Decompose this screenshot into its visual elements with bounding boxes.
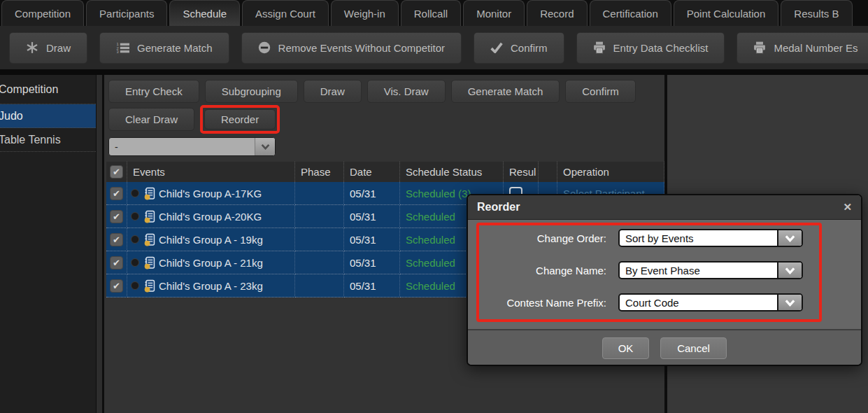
dialog-field-row-change-order: Change Order: Sort by Events xyxy=(468,229,803,247)
tab-certification[interactable]: Certification xyxy=(590,0,671,26)
sidebar-item-table-tennis[interactable]: Table Tennis xyxy=(0,128,96,152)
dialog-field-label: Change Name: xyxy=(468,265,606,276)
tab-assign-court[interactable]: Assign Court xyxy=(242,0,329,26)
tab-label: Point Calculation xyxy=(687,8,766,20)
phase-cell xyxy=(295,182,344,205)
date-cell: 05/31 xyxy=(344,182,400,205)
status-dot-icon xyxy=(131,212,139,220)
toolbar-button-label: Draw xyxy=(46,42,71,54)
horizontal-divider xyxy=(0,69,868,75)
tab-record[interactable]: Record xyxy=(527,0,587,26)
change-order-select[interactable]: Sort by Events xyxy=(618,229,803,247)
toolbar-button-label: Remove Events Without Competitor xyxy=(278,42,445,54)
dialog-field-value: By Event Phase xyxy=(620,262,777,278)
entry-check-button[interactable]: Entry Check xyxy=(108,80,199,103)
select-all-checkbox[interactable] xyxy=(110,165,123,178)
row-checkbox[interactable] xyxy=(110,233,123,246)
event-bracket-icon xyxy=(143,187,155,200)
tab-label: Certification xyxy=(603,8,658,20)
phase-cell xyxy=(295,228,344,251)
event-name: Child's Group A - 21kg xyxy=(159,257,263,269)
checkmark-icon xyxy=(490,42,503,53)
toolbar-button-label: Confirm xyxy=(511,42,548,54)
tab-competition[interactable]: Competition xyxy=(1,0,84,26)
row-checkbox[interactable] xyxy=(110,256,123,270)
tab-label: Record xyxy=(540,8,574,20)
tab-results-b[interactable]: Results B xyxy=(781,0,852,26)
generate-match-button[interactable]: 123 Generate Match xyxy=(99,32,229,64)
row-checkbox[interactable] xyxy=(110,279,123,293)
status-dot-icon xyxy=(131,189,139,197)
column-header-events: Events xyxy=(127,162,295,182)
dialog-field-row-contest-name-prefix: Contest Name Prefix: Court Code xyxy=(468,293,803,312)
tab-label: Participants xyxy=(99,8,154,20)
vis-draw-button[interactable]: Vis. Draw xyxy=(367,80,446,103)
highlight-red-frame: Reorder xyxy=(200,105,280,134)
row-checkbox[interactable] xyxy=(110,210,123,223)
vertical-scrollbar[interactable] xyxy=(96,75,103,413)
remove-events-without-competitor-button[interactable]: Remove Events Without Competitor xyxy=(241,32,462,64)
phase-cell xyxy=(295,274,344,298)
reorder-dialog-body: Change Order: Sort by Events Change Name… xyxy=(468,220,861,329)
dialog-field-value: Court Code xyxy=(620,295,777,310)
event-name: Child's Group A-20KG xyxy=(159,211,262,223)
column-header-operation: Operation xyxy=(557,162,664,182)
dialog-title: Reorder xyxy=(477,201,520,214)
event-bracket-icon xyxy=(143,279,155,293)
date-cell: 05/31 xyxy=(344,205,400,228)
confirm-button[interactable]: Confirm xyxy=(474,32,564,64)
reorder-dialog-titlebar: Reorder ✕ xyxy=(468,195,861,220)
toolbar-button-label: Medal Number Es xyxy=(774,42,858,54)
toolbar-button-label: Entry Data Checklist xyxy=(613,42,709,54)
date-cell: 05/31 xyxy=(344,251,400,274)
generate-match-button[interactable]: Generate Match xyxy=(451,80,560,103)
cancel-button[interactable]: Cancel xyxy=(660,337,727,359)
dialog-field-row-change-name: Change Name: By Event Phase xyxy=(468,261,803,279)
sidebar-header-competition: Competition xyxy=(0,75,96,104)
chevron-down-icon xyxy=(777,262,802,278)
event-bracket-icon xyxy=(143,233,155,246)
contest-name-prefix-select[interactable]: Court Code xyxy=(618,293,803,312)
wand-star-icon xyxy=(26,41,38,54)
ok-button[interactable]: OK xyxy=(602,337,649,359)
tab-participants[interactable]: Participants xyxy=(86,0,167,26)
tab-label: Results B xyxy=(794,8,839,20)
printer-icon xyxy=(753,41,766,54)
close-icon[interactable]: ✕ xyxy=(843,201,852,214)
confirm-button[interactable]: Confirm xyxy=(565,80,636,103)
reorder-button[interactable]: Reorder xyxy=(204,109,276,130)
tab-weigh-in[interactable]: Weigh-in xyxy=(331,0,399,26)
toolbar-button-label: Generate Match xyxy=(137,42,213,54)
draw-button[interactable]: Draw xyxy=(9,32,87,64)
tab-schedule[interactable]: Schedule xyxy=(169,0,240,26)
tab-monitor[interactable]: Monitor xyxy=(463,0,525,26)
tab-point-calculation[interactable]: Point Calculation xyxy=(674,0,779,26)
action-row-1: Entry CheckSubgroupingDrawVis. DrawGener… xyxy=(108,80,664,103)
row-checkbox[interactable] xyxy=(110,187,123,200)
column-header-phase: Phase xyxy=(295,162,344,182)
top-tab-bar: CompetitionParticipantsScheduleAssign Co… xyxy=(0,0,868,26)
entry-data-checklist-button[interactable]: Entry Data Checklist xyxy=(576,32,725,64)
draw-button[interactable]: Draw xyxy=(304,80,362,103)
date-cell: 05/31 xyxy=(344,274,400,298)
printer-icon xyxy=(593,41,606,54)
event-bracket-icon xyxy=(143,256,155,270)
tab-label: Schedule xyxy=(183,8,227,20)
tab-label: Monitor xyxy=(476,8,511,20)
clear-draw-button[interactable]: Clear Draw xyxy=(108,108,194,131)
status-dot-icon xyxy=(131,281,139,290)
change-name-select[interactable]: By Event Phase xyxy=(618,261,803,279)
events-table-header: Events Phase Date Schedule Status Resul … xyxy=(106,162,664,182)
date-cell: 05/31 xyxy=(344,228,400,251)
dialog-field-value: Sort by Events xyxy=(620,230,777,246)
subgrouping-button[interactable]: Subgrouping xyxy=(205,80,298,103)
chevron-down-icon xyxy=(777,295,802,310)
tab-label: Assign Court xyxy=(255,8,315,20)
medal-number-es-button[interactable]: Medal Number Es xyxy=(737,32,868,64)
sidebar-item-judo[interactable]: Judo xyxy=(0,104,96,128)
event-filter-value: - xyxy=(109,141,255,153)
event-bracket-icon xyxy=(143,210,155,223)
tab-rollcall[interactable]: Rollcall xyxy=(401,0,461,26)
event-name: Child's Group A-17KG xyxy=(159,188,262,200)
event-filter-select[interactable]: - xyxy=(108,137,276,156)
